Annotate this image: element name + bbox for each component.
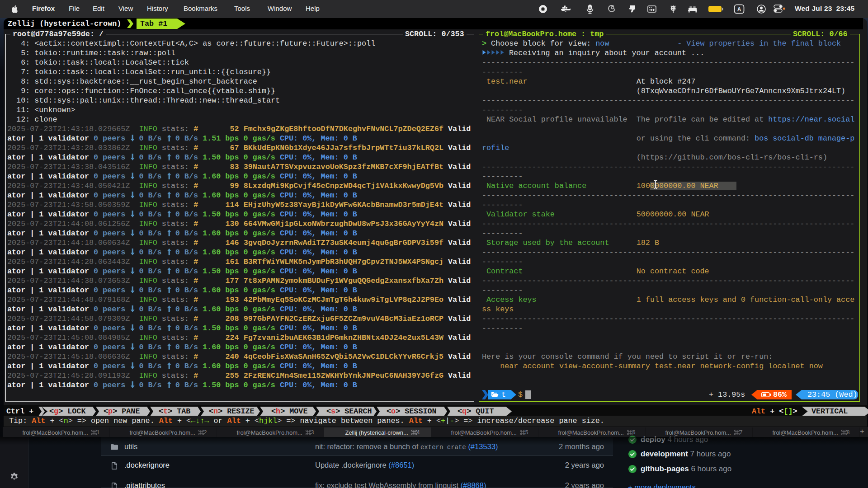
svg-text:A: A [737, 6, 741, 13]
